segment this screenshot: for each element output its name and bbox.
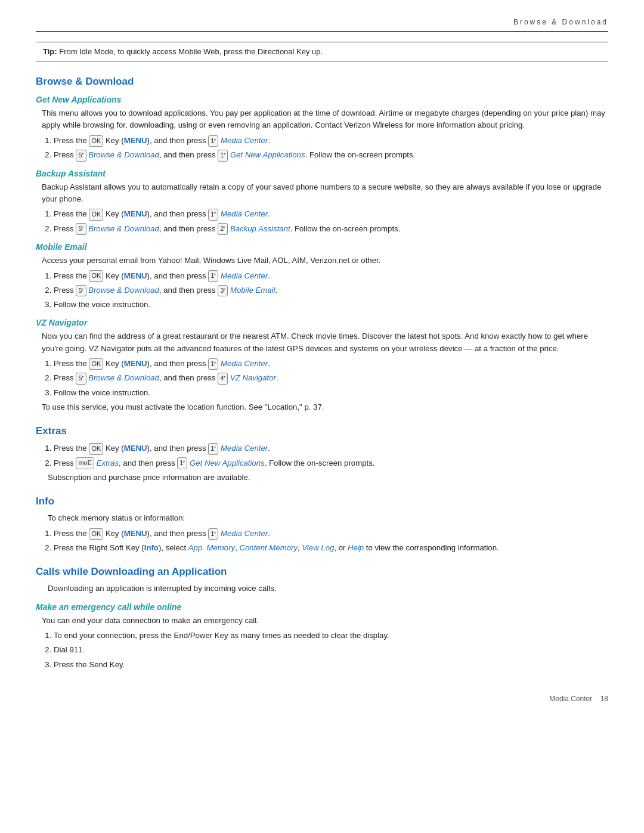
key-badge-1: 1ʳ — [208, 270, 218, 282]
backup-assistant-link: Backup Assistant — [230, 224, 290, 233]
step-item: Press the Send Key. — [54, 658, 608, 671]
vz-navigator-link: VZ Navigator — [230, 373, 276, 382]
key-badge-1: 1ʳ — [208, 443, 218, 455]
help-link: Help — [348, 543, 364, 552]
get-new-apps-steps: Press the OK Key (MENU), and then press … — [54, 134, 608, 162]
page-footer: Media Center 18 — [36, 695, 608, 703]
step-item: Press 5ʳ Browse & Download, and then pre… — [54, 148, 608, 161]
ok-key-badge: OK — [89, 209, 103, 221]
vz-navigator-body: Now you can find the address of a great … — [42, 330, 608, 355]
info-intro: To check memory status or information: — [48, 512, 608, 524]
menu-label: MENU — [124, 444, 147, 453]
emergency-call-body: You can end your data connection to make… — [42, 615, 608, 627]
ok-key-badge: OK — [89, 135, 103, 147]
menu-label: MENU — [124, 529, 147, 538]
header-title: Browse & Download — [513, 18, 608, 26]
media-center-link: Media Center — [221, 209, 268, 218]
step-item: Press the OK Key (MENU), and then press … — [54, 357, 608, 370]
step-item: Follow the voice instruction. — [54, 386, 608, 399]
section-calls-downloading: Calls while Downloading an Application D… — [36, 566, 608, 670]
subsection-mobile-email: Mobile Email Access your personal email … — [36, 242, 608, 311]
ok-key-badge: OK — [89, 270, 103, 282]
key-badge-1: 1ʳ — [208, 135, 218, 147]
vz-navigator-note: To use this service, you must activate t… — [42, 401, 608, 413]
media-center-link: Media Center — [221, 136, 268, 145]
backup-assistant-steps: Press the OK Key (MENU), and then press … — [54, 208, 608, 235]
footer-page: 18 — [600, 695, 608, 703]
ok-key-badge: OK — [89, 528, 103, 540]
key-badge-5: 5ʳ — [76, 150, 86, 162]
media-center-link: Media Center — [221, 444, 268, 453]
mobile-email-steps: Press the OK Key (MENU), and then press … — [54, 270, 608, 311]
ok-key-badge: OK — [89, 358, 103, 370]
section-extras: Extras Press the OK Key (MENU), and then… — [36, 425, 608, 484]
key-badge-1b: 1ʳ — [218, 150, 228, 162]
subsection-emergency-call: Make an emergency call while online You … — [36, 602, 608, 671]
key-badge-4: 4ʳ — [218, 373, 228, 385]
section-title-calls-downloading: Calls while Downloading an Application — [36, 566, 608, 578]
tip-box: Tip: From Idle Mode, to quickly access M… — [36, 42, 608, 61]
key-badge-5: 5ʳ — [76, 373, 86, 385]
key-badge-2: 2ʳ — [218, 223, 228, 235]
media-center-link: Media Center — [221, 529, 268, 538]
step-item: Follow the voice instruction. — [54, 298, 608, 311]
menu-label: MENU — [124, 136, 147, 145]
subsection-vz-navigator: VZ Navigator Now you can find the addres… — [36, 318, 608, 413]
key-badge-1c: 1ʳ — [177, 457, 187, 469]
app-memory-link: App. Memory — [188, 543, 235, 552]
subsection-title-vz-navigator: VZ Navigator — [36, 318, 608, 327]
key-badge-1: 1ʳ — [208, 209, 218, 221]
browse-download-link: Browse & Download — [88, 150, 159, 159]
section-browse-download: Browse & Download Get New Applications T… — [36, 76, 608, 413]
step-item: Press the Right Soft Key (Info), select … — [54, 541, 608, 554]
extras-link: Extras — [97, 459, 119, 467]
mobile-email-body: Access your personal email from Yahoo! M… — [42, 255, 608, 267]
browse-download-link: Browse & Download — [88, 286, 159, 295]
key-badge-moe: moE — [76, 457, 94, 469]
key-badge-5: 5ʳ — [76, 223, 86, 235]
step-item: Press 5ʳ Browse & Download, and then pre… — [54, 371, 608, 384]
key-badge-1: 1ʳ — [208, 358, 218, 370]
info-steps: Press the OK Key (MENU), and then press … — [54, 527, 608, 554]
step-item: Dial 911. — [54, 643, 608, 656]
vz-navigator-steps: Press the OK Key (MENU), and then press … — [54, 357, 608, 399]
step-item: Press the OK Key (MENU), and then press … — [54, 442, 608, 454]
tip-label: Tip: — [43, 47, 57, 56]
section-title-extras: Extras — [36, 425, 608, 437]
section-info: Info To check memory status or informati… — [36, 496, 608, 554]
key-badge-3: 3ʳ — [218, 285, 228, 297]
media-center-link: Media Center — [221, 359, 268, 368]
subsection-title-mobile-email: Mobile Email — [36, 242, 608, 252]
menu-label: MENU — [124, 359, 147, 368]
calls-downloading-body: Downloading an application is interrupte… — [48, 583, 608, 594]
subsection-backup-assistant: Backup Assistant Backup Assistant allows… — [36, 169, 608, 236]
media-center-link: Media Center — [221, 271, 268, 280]
step-item: Press moE Extras, and then press 1ʳ Get … — [54, 457, 608, 469]
get-new-apps-link2: Get New Applications — [190, 459, 265, 467]
step-item: Press 5ʳ Browse & Download, and then pre… — [54, 284, 608, 296]
step-item: Press the OK Key (MENU), and then press … — [54, 208, 608, 220]
subsection-title-emergency-call: Make an emergency call while online — [36, 602, 608, 612]
menu-label: MENU — [124, 209, 147, 218]
footer-text: Media Center — [549, 695, 592, 703]
get-new-apps-body: This menu allows you to download applica… — [42, 107, 608, 132]
tip-text: From Idle Mode, to quickly access Mobile… — [59, 47, 323, 56]
view-log-link: View Log — [302, 543, 334, 552]
key-badge-5: 5ʳ — [76, 285, 86, 297]
section-title-info: Info — [36, 496, 608, 507]
extras-steps: Press the OK Key (MENU), and then press … — [54, 442, 608, 469]
step-item: Press the OK Key (MENU), and then press … — [54, 527, 608, 540]
subsection-title-get-new-apps: Get New Applications — [36, 95, 608, 104]
subsection-get-new-applications: Get New Applications This menu allows yo… — [36, 95, 608, 162]
step-item: Press 5ʳ Browse & Download, and then pre… — [54, 222, 608, 235]
content-memory-link: Content Memory — [240, 543, 298, 552]
step-item: To end your connection, press the End/Po… — [54, 629, 608, 642]
step-item: Press the OK Key (MENU), and then press … — [54, 270, 608, 282]
section-title-browse-download: Browse & Download — [36, 76, 608, 88]
info-soft-key: Info — [144, 543, 159, 552]
get-new-apps-link: Get New Applications — [230, 150, 305, 159]
browse-download-link: Browse & Download — [88, 373, 159, 382]
ok-key-badge: OK — [89, 443, 103, 455]
mobile-email-link: Mobile Email — [230, 286, 275, 295]
subsection-title-backup-assistant: Backup Assistant — [36, 169, 608, 178]
